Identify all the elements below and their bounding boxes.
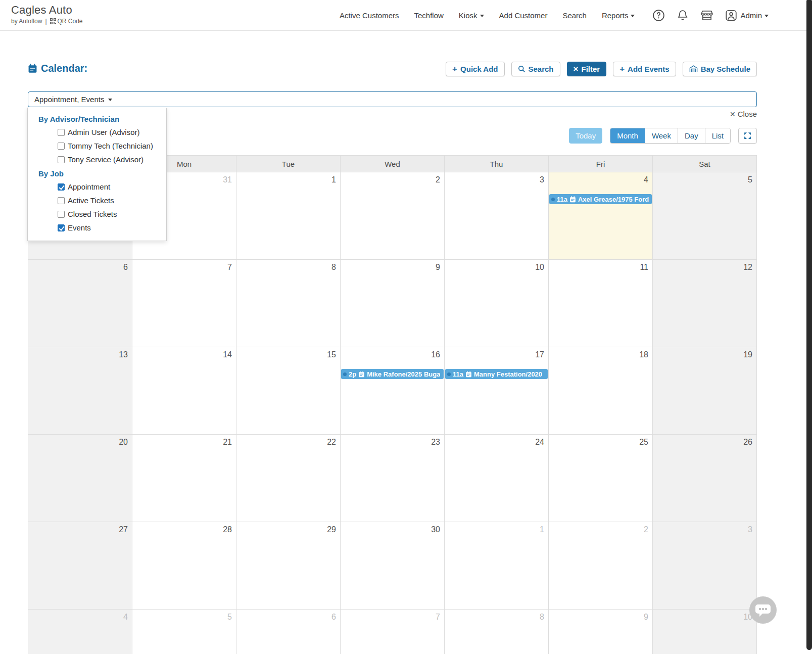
event-calendar-icon: [358, 371, 365, 378]
calendar-day-cell[interactable]: 25: [549, 435, 653, 522]
calendar-day-cell[interactable]: 23: [341, 435, 445, 522]
calendar-event[interactable]: 11aManny Festation/2020: [445, 369, 548, 379]
filter-type-select[interactable]: Appointment, Events: [28, 91, 757, 107]
calendar-day-cell[interactable]: 27: [28, 522, 132, 610]
calendar-day-cell[interactable]: 14: [132, 347, 236, 435]
calendar-day-cell[interactable]: 29: [236, 522, 341, 610]
notifications-bell-icon[interactable]: [676, 9, 689, 22]
calendar-day-cell[interactable]: 24: [445, 435, 549, 522]
calendar-day-cell[interactable]: 411aAxel Grease/1975 Ford: [549, 172, 653, 260]
filter-option[interactable]: Appointment: [28, 180, 166, 194]
calendar-day-cell[interactable]: 2: [341, 172, 445, 260]
calendar-day-cell[interactable]: 7: [132, 260, 236, 347]
day-number: 2: [549, 524, 652, 537]
day-number: 22: [236, 436, 340, 449]
calendar-day-cell[interactable]: 3: [653, 522, 757, 610]
calendar-day-cell[interactable]: 6: [28, 260, 132, 347]
calendar-day-cell[interactable]: 13: [28, 347, 132, 435]
checkbox-unchecked-icon[interactable]: [58, 156, 65, 163]
calendar-event[interactable]: 2pMike Rafone/2025 Buga: [341, 369, 444, 379]
calendar-day-cell[interactable]: 10: [445, 260, 549, 347]
calendar-day-cell[interactable]: 9: [341, 260, 445, 347]
calendar-day-cell[interactable]: 12: [653, 260, 757, 347]
view-button-week[interactable]: Week: [645, 128, 678, 143]
checkbox-checked-icon[interactable]: [58, 224, 65, 231]
calendar-day-cell[interactable]: 3: [445, 172, 549, 260]
calendar-day-cell[interactable]: 5: [132, 610, 236, 654]
day-number: 1: [236, 174, 340, 187]
calendar-day-cell[interactable]: 5: [653, 172, 757, 260]
calendar-day-cell[interactable]: 11: [549, 260, 653, 347]
nav-item-active-customers[interactable]: Active Customers: [340, 11, 399, 20]
calendar-day-cell[interactable]: 10: [653, 610, 757, 654]
nav-item-label: Techflow: [414, 11, 443, 20]
calendar-day-cell[interactable]: 8: [445, 610, 549, 654]
day-number: 19: [653, 349, 756, 362]
calendar-day-cell[interactable]: 18: [549, 347, 653, 435]
calendar-day-cell[interactable]: 19: [653, 347, 757, 435]
calendar-day-cell[interactable]: 15: [236, 347, 341, 435]
search-button[interactable]: Search: [511, 62, 560, 76]
calendar-day-cell[interactable]: 162pMike Rafone/2025 Buga: [341, 347, 445, 435]
calendar-day-cell[interactable]: 30: [341, 522, 445, 610]
calendar-day-cell[interactable]: 9: [549, 610, 653, 654]
view-button-list[interactable]: List: [705, 128, 730, 143]
calendar-day-cell[interactable]: 2: [549, 522, 653, 610]
filter-option[interactable]: Events: [28, 221, 166, 235]
event-status-dot-icon: [447, 372, 451, 376]
nav-item-techflow[interactable]: Techflow: [414, 11, 443, 20]
fullscreen-button[interactable]: [738, 128, 757, 144]
quick-add-button[interactable]: +Quick Add: [446, 62, 504, 76]
storefront-icon[interactable]: [700, 9, 713, 22]
filter-option[interactable]: Active Tickets: [28, 194, 166, 207]
calendar-day-cell[interactable]: 21: [132, 435, 236, 522]
filter-option[interactable]: Closed Tickets: [28, 207, 166, 221]
calendar-day-cell[interactable]: 6: [236, 610, 341, 654]
nav-item-reports[interactable]: Reports: [602, 11, 635, 20]
calendar-day-cell[interactable]: 1: [236, 172, 341, 260]
nav-item-search[interactable]: Search: [562, 11, 587, 20]
day-number: 30: [341, 524, 444, 537]
view-button-month[interactable]: Month: [610, 128, 645, 143]
calendar-day-cell[interactable]: 1711aManny Festation/2020: [445, 347, 549, 435]
calendar-day-cell[interactable]: 28: [132, 522, 236, 610]
calendar-day-cell[interactable]: 1: [445, 522, 549, 610]
calendar-day-cell[interactable]: 8: [236, 260, 341, 347]
filter-button[interactable]: ×Filter: [567, 62, 607, 76]
add-events-button[interactable]: +Add Events: [613, 62, 676, 76]
calendar-day-cell[interactable]: 7: [341, 610, 445, 654]
checkbox-unchecked-icon[interactable]: [58, 129, 65, 136]
bay-schedule-button[interactable]: Bay Schedule: [683, 62, 757, 76]
admin-menu[interactable]: Admin: [725, 9, 769, 22]
filter-option-label: Admin User (Advisor): [68, 128, 140, 136]
today-button[interactable]: Today: [569, 128, 602, 144]
scrollbar-thumb[interactable]: [806, 0, 812, 650]
nav-item-kiosk[interactable]: Kiosk: [459, 11, 484, 20]
day-number: 8: [236, 261, 340, 274]
filter-option[interactable]: Admin User (Advisor): [28, 125, 166, 139]
calendar-day-cell[interactable]: 4: [28, 610, 132, 654]
help-icon[interactable]: [652, 9, 665, 22]
nav-item-add-customer[interactable]: Add Customer: [499, 11, 548, 20]
calendar-event[interactable]: 11aAxel Grease/1975 Ford: [549, 194, 652, 204]
view-button-day[interactable]: Day: [678, 128, 705, 143]
checkbox-unchecked-icon[interactable]: [58, 211, 65, 218]
filter-option[interactable]: Tony Service (Advisor): [28, 153, 166, 166]
brand-byline: by Autoflow: [11, 18, 42, 25]
vertical-scrollbar[interactable]: [806, 0, 812, 654]
checkbox-checked-icon[interactable]: [58, 183, 65, 191]
page-title: Calendar:: [28, 63, 87, 74]
day-number: 15: [236, 349, 340, 362]
filter-option[interactable]: Tommy Tech (Technician): [28, 139, 166, 153]
checkbox-unchecked-icon[interactable]: [58, 143, 65, 150]
calendar-day-cell[interactable]: 20: [28, 435, 132, 522]
calendar-day-cell[interactable]: 22: [236, 435, 341, 522]
checkbox-unchecked-icon[interactable]: [58, 197, 65, 204]
qr-code-link[interactable]: QR Code: [50, 18, 83, 25]
calendar-week-row: 45678910: [28, 610, 757, 654]
chevron-down-icon: [480, 15, 484, 17]
calendar-day-cell[interactable]: 26: [653, 435, 757, 522]
day-header-thu: Thu: [445, 156, 549, 172]
chat-launcher-button[interactable]: [749, 596, 777, 624]
close-filter-link[interactable]: ✕ Close: [730, 110, 757, 118]
